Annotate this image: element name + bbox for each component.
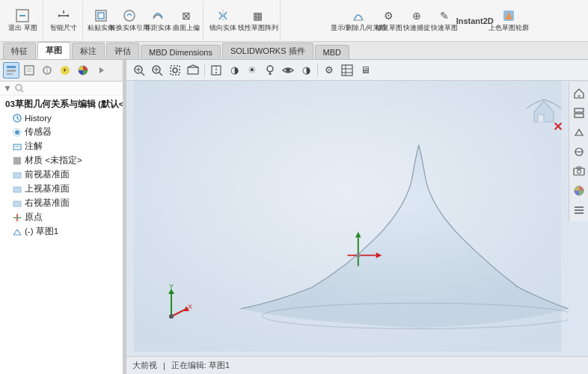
convert-button[interactable]: 转换实体引用 <box>116 7 143 34</box>
svg-point-49 <box>173 68 177 73</box>
section-button[interactable] <box>571 144 587 160</box>
status-bar: 大前视 | 正在编辑: 草图1 <box>126 356 588 374</box>
options-button[interactable] <box>571 202 587 218</box>
repair-sketch-button[interactable]: ⚙ 修复草图 <box>376 7 402 34</box>
svg-rect-50 <box>188 67 198 74</box>
viewport-button[interactable]: 🖥 <box>357 62 373 79</box>
sketch-contour-button[interactable]: 上色草图轮廓 <box>492 7 525 34</box>
exit-sketch-button[interactable]: 退出 草图 <box>6 7 40 34</box>
hide-show-button[interactable] <box>280 62 296 79</box>
tree-item-origin[interactable]: 原点 <box>0 210 123 224</box>
tab-evaluate[interactable]: 评估 <box>106 43 139 59</box>
surface-offset-icon: ⊠ <box>179 8 194 23</box>
smart-dim-button[interactable]: 智能尺寸 <box>48 7 79 34</box>
toolbar-group-dim: 智能尺寸 <box>45 1 83 40</box>
svg-rect-57 <box>342 65 352 76</box>
surface-offset-label: 曲面上偏 <box>173 23 200 33</box>
sketch1-icon <box>12 227 22 237</box>
show-relations-button[interactable]: 显示/删除几何关系 <box>342 7 375 34</box>
quick-sketch-button[interactable]: ✎ 快速草图 <box>431 7 458 34</box>
3d-view-button[interactable] <box>571 124 587 141</box>
material-icon <box>12 156 22 166</box>
section-view-button[interactable] <box>208 62 224 79</box>
svg-point-56 <box>286 68 290 73</box>
tools-button[interactable]: ⚙ <box>321 62 337 79</box>
view-display-button[interactable]: ◑ <box>226 62 242 79</box>
color-schemes-button[interactable] <box>571 183 587 199</box>
tab-sw-plugin[interactable]: SOLIDWORKS 插件 <box>222 43 313 59</box>
appearance-button[interactable]: ◑ <box>298 62 314 79</box>
mirror-icon <box>215 8 230 23</box>
toolbar-group-mirror: 镜向实体 ▦ 线性草图阵列 <box>205 1 281 40</box>
config-manager-tab[interactable] <box>39 62 55 79</box>
tree-item-sketch1[interactable]: (-) 草图1 <box>0 224 123 239</box>
left-panel: + ▼ 03草图几何关系与编辑 (默认< History <box>0 60 123 374</box>
quick-sketch-label: 快速草图 <box>431 23 458 33</box>
zoom-in-button[interactable] <box>149 62 165 79</box>
instant2d-button[interactable]: Instant2D <box>459 13 491 29</box>
freeze-pane-button[interactable] <box>571 105 587 121</box>
tree-item-annotation[interactable]: 注解 <box>0 139 123 153</box>
tree-root-item[interactable]: 03草图几何关系与编辑 (默认< <box>0 97 123 111</box>
svg-text:X: X <box>188 303 192 310</box>
annotation-icon <box>12 141 22 152</box>
view-toolbar: ◑ ☀ ◑ ⚙ 🖥 <box>126 60 588 81</box>
sketch1-label: (-) 草图1 <box>25 226 58 237</box>
canvas-area[interactable]: X Y <box>126 81 569 352</box>
svg-line-45 <box>159 73 162 76</box>
viewport[interactable]: ◑ ☀ ◑ ⚙ 🖥 <box>126 60 588 374</box>
tree-item-front-plane[interactable]: 前视基准面 <box>0 168 123 182</box>
sensor-label: 传感器 <box>25 126 52 138</box>
home-button[interactable] <box>571 85 587 102</box>
svg-rect-48 <box>171 66 180 75</box>
toolbar-group-relations: 显示/删除几何关系 ⚙ 修复草图 ⊕ 快速捕捉 ✎ 快速草图 Instant2D… <box>282 1 585 40</box>
tab-annotation[interactable]: 标注 <box>72 43 105 59</box>
tree-item-top-plane[interactable]: 上视基准面 <box>0 182 123 196</box>
history-label: History <box>25 114 52 123</box>
view-orient-button[interactable] <box>185 62 201 79</box>
front-plane-label: 前视基准面 <box>25 169 70 180</box>
sensor-icon <box>12 127 22 138</box>
svg-marker-4 <box>67 14 69 17</box>
tab-sketch[interactable]: 草图 <box>37 42 70 59</box>
tree-item-sensor[interactable]: 传感器 <box>0 125 123 139</box>
view-lights-button[interactable] <box>262 62 278 79</box>
zoom-box-button[interactable] <box>167 62 183 79</box>
svg-rect-77 <box>575 114 584 117</box>
convert-icon <box>122 8 137 23</box>
surface-offset-button[interactable]: ⊠ 曲面上偏 <box>173 7 200 34</box>
svg-rect-33 <box>13 173 21 178</box>
tree-item-right-plane[interactable]: 右视基准面 <box>0 196 123 210</box>
svg-point-53 <box>267 66 273 72</box>
dim-expert-tab[interactable]: + <box>57 62 73 79</box>
camera-button[interactable] <box>571 163 587 180</box>
status-view-text: 大前视 <box>132 360 157 371</box>
search-small-icon <box>14 83 25 94</box>
color-schemes-tab[interactable] <box>75 62 91 79</box>
filter-icon: ▼ <box>3 83 12 94</box>
tab-mbd-dim[interactable]: MBD Dimensions <box>141 45 221 59</box>
tree-item-history[interactable]: History <box>0 111 123 125</box>
svg-line-68 <box>171 309 186 316</box>
tab-feature[interactable]: 特征 <box>3 43 36 59</box>
status-separator: | <box>163 361 165 370</box>
svg-marker-3 <box>58 14 61 17</box>
apply-scene-button[interactable]: ☀ <box>244 62 260 79</box>
tree-item-material[interactable]: 材质 <未指定> <box>0 153 123 168</box>
status-editing-text: 正在编辑: 草图1 <box>171 360 230 371</box>
equal-dist-button[interactable]: 等距实体 <box>144 7 171 34</box>
equal-dist-label: 等距实体 <box>144 23 171 33</box>
mirror-button[interactable]: 镜向实体 <box>208 7 238 34</box>
smart-dim-icon <box>56 8 71 23</box>
svg-rect-15 <box>25 66 34 75</box>
x-mark-indicator[interactable]: ✕ <box>553 120 563 134</box>
linear-array-button[interactable]: ▦ 线性草图阵列 <box>239 7 277 34</box>
quick-snap-button[interactable]: ⊕ 快速捕捉 <box>403 7 430 34</box>
more-button[interactable] <box>93 62 109 79</box>
tab-mbd[interactable]: MBD <box>315 45 349 59</box>
view-settings-button[interactable] <box>339 62 355 79</box>
feature-manager-tab[interactable] <box>3 62 19 79</box>
property-manager-tab[interactable] <box>21 62 37 79</box>
zoom-to-fit-button[interactable] <box>131 62 147 79</box>
filter-row: ▼ <box>0 82 123 96</box>
